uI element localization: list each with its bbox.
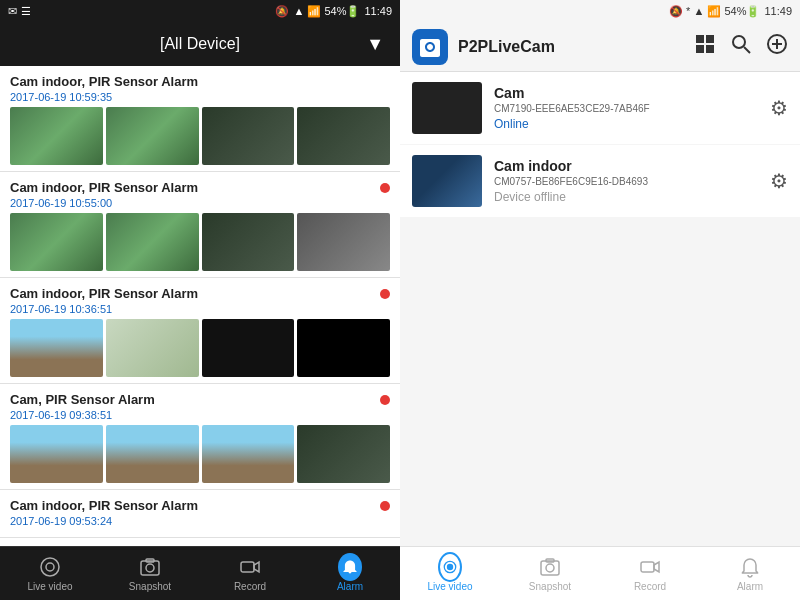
device-name: Cam indoor <box>494 158 758 174</box>
right-top-bar: P2PLiveCam <box>400 22 800 72</box>
right-nav-label-record: Record <box>634 581 666 592</box>
event-item[interactable]: Cam indoor, PIR Sensor Alarm 2017-06-19 … <box>0 278 400 384</box>
app-icon <box>412 29 448 65</box>
right-nav-alarm[interactable]: Alarm <box>715 555 785 592</box>
nav-item-alarm[interactable]: Alarm <box>320 555 380 592</box>
device-status: Online <box>494 117 758 131</box>
nav-label-livevideo: Live video <box>27 581 72 592</box>
device-info: Cam indoor CM0757-BE86FE6C9E16-DB4693 De… <box>494 158 758 204</box>
svg-marker-6 <box>254 562 259 572</box>
event-thumb <box>10 213 103 271</box>
right-top-icons <box>694 33 788 60</box>
device-status: Device offline <box>494 190 758 204</box>
right-nav-snapshot[interactable]: Snapshot <box>515 555 585 592</box>
event-header: Cam indoor, PIR Sensor Alarm <box>10 498 390 513</box>
event-thumb <box>297 425 390 483</box>
search-icon[interactable] <box>730 33 752 60</box>
left-status-right: 🔕 ▲ 📶 54%🔋 11:49 <box>275 5 392 18</box>
unread-dot <box>380 395 390 405</box>
event-date: 2017-06-19 09:53:24 <box>10 515 390 527</box>
right-alarm-icon <box>738 555 762 579</box>
nav-label-alarm: Alarm <box>337 581 363 592</box>
event-thumbs <box>10 107 390 165</box>
right-nav-label-alarm: Alarm <box>737 581 763 592</box>
unread-dot <box>380 289 390 299</box>
right-nav-livevideo[interactable]: Live video <box>415 555 485 592</box>
svg-point-11 <box>733 36 745 48</box>
svg-rect-8 <box>706 35 714 43</box>
svg-rect-18 <box>541 561 559 575</box>
event-thumb <box>202 107 295 165</box>
svg-point-16 <box>447 564 453 570</box>
right-time: 11:49 <box>764 5 792 17</box>
devices-list: Cam CM7190-EEE6AE53CE29-7AB46F Online ⚙ … <box>400 72 800 546</box>
device-name: Cam <box>494 85 758 101</box>
right-bottom-nav: Live video Snapshot Record <box>400 546 800 600</box>
event-thumbs <box>10 213 390 271</box>
svg-rect-5 <box>241 562 254 572</box>
right-nav-label-livevideo: Live video <box>427 581 472 592</box>
event-header: Cam, PIR Sensor Alarm <box>10 392 390 407</box>
event-header: Cam indoor, PIR Sensor Alarm <box>10 180 390 195</box>
event-title: Cam indoor, PIR Sensor Alarm <box>10 74 198 89</box>
left-status-icons: ✉ ☰ <box>8 5 31 18</box>
signal-icons: ▲ 📶 54%🔋 <box>293 5 360 18</box>
filter-icon[interactable]: ▼ <box>366 34 384 55</box>
device-thumbnail <box>412 155 482 207</box>
nav-item-record[interactable]: Record <box>220 555 280 592</box>
app-name: P2PLiveCam <box>458 38 684 56</box>
event-item[interactable]: Cam indoor, PIR Sensor Alarm 2017-06-19 … <box>0 490 400 538</box>
event-title: Cam indoor, PIR Sensor Alarm <box>10 498 198 513</box>
nav-label-record: Record <box>234 581 266 592</box>
left-time: 11:49 <box>364 5 392 17</box>
device-thumbnail <box>412 82 482 134</box>
right-nav-record[interactable]: Record <box>615 555 685 592</box>
svg-rect-7 <box>696 35 704 43</box>
grid-icon[interactable] <box>694 33 716 60</box>
event-thumb <box>10 319 103 377</box>
event-thumbs <box>10 319 390 377</box>
svg-point-0 <box>41 558 59 576</box>
nav-label-snapshot: Snapshot <box>129 581 171 592</box>
event-item[interactable]: Cam, PIR Sensor Alarm 2017-06-19 09:38:5… <box>0 384 400 490</box>
add-icon[interactable] <box>766 33 788 60</box>
event-thumb <box>10 425 103 483</box>
left-bottom-nav: Live video Snapshot Record <box>0 546 400 600</box>
svg-rect-2 <box>141 561 159 575</box>
right-status-bar: 🔕 * ▲ 📶 54%🔋 11:49 <box>400 0 800 22</box>
device-item[interactable]: Cam CM7190-EEE6AE53CE29-7AB46F Online ⚙ <box>400 72 800 144</box>
event-title: Cam, PIR Sensor Alarm <box>10 392 155 407</box>
event-thumb <box>297 213 390 271</box>
record-icon <box>238 555 262 579</box>
menu-icon: ☰ <box>21 5 31 18</box>
event-title: Cam indoor, PIR Sensor Alarm <box>10 180 198 195</box>
event-thumb <box>202 425 295 483</box>
right-livevideo-icon <box>438 555 462 579</box>
nav-item-snapshot[interactable]: Snapshot <box>120 555 180 592</box>
svg-line-12 <box>744 47 750 53</box>
right-bt-icon: 🔕 * ▲ 📶 54%🔋 <box>669 5 760 18</box>
event-date: 2017-06-19 09:38:51 <box>10 409 390 421</box>
device-info: Cam CM7190-EEE6AE53CE29-7AB46F Online <box>494 85 758 131</box>
device-settings-icon[interactable]: ⚙ <box>770 169 788 193</box>
event-thumb <box>202 213 295 271</box>
event-thumb <box>106 213 199 271</box>
event-thumb <box>106 319 199 377</box>
device-settings-icon[interactable]: ⚙ <box>770 96 788 120</box>
event-date: 2017-06-19 10:59:35 <box>10 91 390 103</box>
svg-point-1 <box>46 563 54 571</box>
event-thumb <box>10 107 103 165</box>
left-panel: ✉ ☰ 🔕 ▲ 📶 54%🔋 11:49 [All Device] ▼ Cam … <box>0 0 400 600</box>
event-title: Cam indoor, PIR Sensor Alarm <box>10 286 198 301</box>
event-thumb <box>202 319 295 377</box>
device-item[interactable]: Cam indoor CM0757-BE86FE6C9E16-DB4693 De… <box>400 145 800 217</box>
event-item[interactable]: Cam indoor, PIR Sensor Alarm 2017-06-19 … <box>0 66 400 172</box>
right-record-icon <box>638 555 662 579</box>
event-thumb <box>106 425 199 483</box>
event-item[interactable]: Cam indoor, PIR Sensor Alarm 2017-06-19 … <box>0 172 400 278</box>
unread-dot <box>380 501 390 511</box>
svg-point-3 <box>146 564 154 572</box>
left-status-bar: ✉ ☰ 🔕 ▲ 📶 54%🔋 11:49 <box>0 0 400 22</box>
right-panel: 🔕 * ▲ 📶 54%🔋 11:49 P2PLiveCam <box>400 0 800 600</box>
nav-item-livevideo[interactable]: Live video <box>20 555 80 592</box>
